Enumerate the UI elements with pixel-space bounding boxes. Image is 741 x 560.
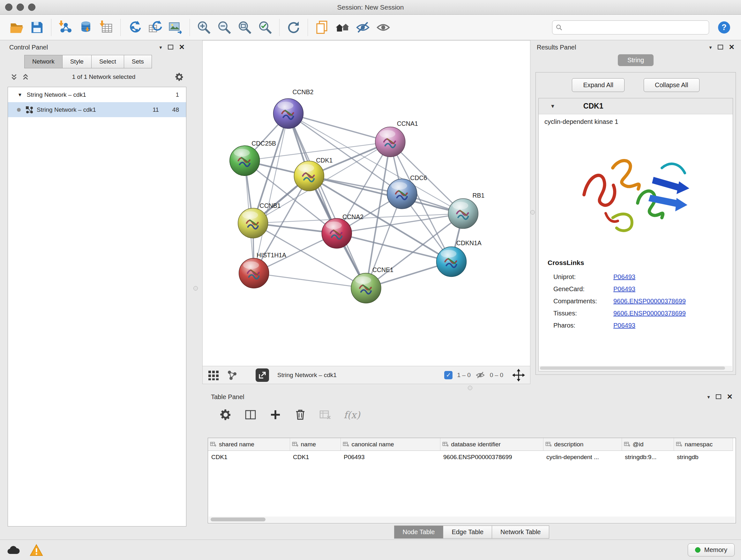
left-divider-handle[interactable] bbox=[193, 286, 198, 291]
network-collection-row[interactable]: ▼ String Network – cdk1 1 bbox=[8, 87, 186, 102]
column-header--id[interactable]: @id bbox=[622, 438, 674, 450]
tab-style[interactable]: Style bbox=[62, 55, 91, 68]
network-canvas[interactable]: CCNB2CCNA1CDC25BCDK1CDC6RB1CCNB1CCNA2CDK… bbox=[202, 40, 530, 366]
table-cell[interactable]: cyclin-dependent ... bbox=[543, 450, 622, 463]
add-column-icon[interactable] bbox=[269, 408, 282, 421]
show-graphics-button[interactable] bbox=[375, 19, 392, 36]
close-panel-icon[interactable]: ✕ bbox=[729, 43, 735, 51]
expand-all-icon[interactable] bbox=[21, 73, 30, 81]
column-header-namespac[interactable]: namespac bbox=[674, 438, 733, 450]
gear-icon[interactable] bbox=[175, 72, 184, 82]
zoom-selected-button[interactable] bbox=[257, 19, 273, 36]
panel-menu-icon[interactable]: ▾ bbox=[710, 44, 712, 51]
help-button[interactable]: ? bbox=[718, 21, 731, 34]
clone-network-button[interactable] bbox=[147, 19, 163, 36]
column-header-shared-name[interactable]: shared name bbox=[208, 438, 290, 450]
hidden-eye-slash-icon[interactable] bbox=[475, 370, 485, 380]
cloud-icon[interactable] bbox=[6, 544, 20, 557]
table-cell[interactable]: CDK1 bbox=[208, 450, 290, 463]
collapse-all-icon[interactable] bbox=[10, 73, 18, 81]
column-header-canonical-name[interactable]: canonical name bbox=[340, 438, 440, 450]
tab-select[interactable]: Select bbox=[91, 55, 124, 68]
move-crosshair-icon[interactable] bbox=[512, 369, 525, 381]
tab-network[interactable]: Network bbox=[24, 55, 63, 68]
new-network-button[interactable] bbox=[126, 19, 143, 36]
tree-expander-icon[interactable]: ▼ bbox=[17, 92, 22, 98]
export-image-button[interactable] bbox=[167, 19, 184, 36]
close-panel-icon[interactable]: ✕ bbox=[727, 393, 733, 401]
string-network-graph[interactable]: CCNB2CCNA1CDC25BCDK1CDC6RB1CCNB1CCNA2CDK… bbox=[203, 41, 530, 366]
panel-menu-icon[interactable]: ▾ bbox=[159, 44, 162, 51]
crosslink-link[interactable]: P06493 bbox=[613, 273, 635, 281]
tab-sets[interactable]: Sets bbox=[124, 55, 152, 68]
section-expander-icon[interactable]: ▼ bbox=[550, 104, 555, 109]
zoom-out-button[interactable] bbox=[216, 19, 232, 36]
search-input[interactable] bbox=[562, 24, 705, 31]
import-table-button[interactable] bbox=[98, 19, 115, 36]
duplicate-document-button[interactable] bbox=[314, 19, 330, 36]
zoom-in-button[interactable] bbox=[196, 19, 212, 36]
float-panel-icon[interactable] bbox=[716, 393, 721, 401]
import-network-database-button[interactable] bbox=[77, 19, 94, 36]
network-edge-CCNB2-HIST1H1A[interactable] bbox=[254, 114, 288, 273]
table-cell[interactable]: stringdb bbox=[674, 450, 733, 463]
tab-network-table[interactable]: Network Table bbox=[492, 525, 549, 539]
network-view-title: String Network – cdk1 bbox=[277, 372, 337, 379]
tab-node-table[interactable]: Node Table bbox=[394, 525, 444, 539]
network-row-selected[interactable]: String Network – cdk1 11 48 bbox=[8, 102, 186, 117]
table-cell[interactable]: CDK1 bbox=[290, 450, 340, 463]
network-edge-CDK1-RB1[interactable] bbox=[309, 176, 463, 213]
apply-layout-button[interactable] bbox=[285, 19, 302, 36]
birds-eye-view-icon[interactable] bbox=[208, 369, 219, 381]
right-divider-handle[interactable] bbox=[530, 210, 535, 214]
network-edge-CCNB2-CCNE1[interactable] bbox=[288, 114, 366, 288]
tab-edge-table[interactable]: Edge Table bbox=[443, 525, 492, 539]
zoom-window-button[interactable] bbox=[28, 3, 36, 11]
table-settings-gear-icon[interactable] bbox=[219, 408, 232, 421]
network-edge-HIST1H1A-CCNE1[interactable] bbox=[254, 273, 366, 288]
selected-nodes-checkbox[interactable]: ✓ bbox=[444, 371, 453, 379]
import-network-file-button[interactable] bbox=[57, 19, 74, 36]
network-edge-CCNB2-CCNA1[interactable] bbox=[288, 114, 390, 142]
table-row[interactable]: CDK1CDK1P064939606.ENSP00000378699cyclin… bbox=[208, 450, 733, 463]
table-cell[interactable]: 9606.ENSP00000378699 bbox=[440, 450, 543, 463]
collection-label: String Network – cdk1 bbox=[27, 91, 86, 98]
table-cell[interactable]: stringdb:9... bbox=[622, 450, 674, 463]
float-panel-icon[interactable] bbox=[718, 44, 723, 51]
home-button[interactable] bbox=[334, 19, 351, 36]
float-panel-icon[interactable] bbox=[168, 44, 173, 51]
open-session-button[interactable] bbox=[8, 19, 25, 36]
crosslink-link[interactable]: P06493 bbox=[613, 286, 635, 293]
zoom-out-icon bbox=[217, 20, 232, 35]
warning-icon[interactable] bbox=[29, 544, 44, 557]
hide-unhide-button[interactable] bbox=[354, 19, 371, 36]
crosslink-link[interactable]: 9606.ENSP00000378699 bbox=[613, 310, 686, 317]
collapse-all-button[interactable]: Collapse All bbox=[644, 78, 699, 92]
crosslink-link[interactable]: 9606.ENSP00000378699 bbox=[613, 298, 686, 305]
tab-string[interactable]: String bbox=[618, 54, 654, 66]
table-cell[interactable]: P06493 bbox=[340, 450, 440, 463]
memory-button[interactable]: Memory bbox=[688, 543, 735, 557]
search-box[interactable] bbox=[552, 20, 709, 35]
delete-trash-icon[interactable] bbox=[294, 408, 307, 421]
function-builder-button[interactable]: f(x) bbox=[344, 409, 360, 421]
open-in-window-button[interactable] bbox=[256, 368, 269, 382]
column-header-name[interactable]: name bbox=[290, 438, 340, 450]
bottom-divider-handle[interactable] bbox=[468, 386, 472, 390]
column-header-database-identifier[interactable]: database identifier bbox=[440, 438, 543, 450]
import-table-icon bbox=[99, 20, 114, 35]
show-columns-icon[interactable] bbox=[244, 408, 257, 421]
network-small-icon[interactable] bbox=[226, 369, 238, 381]
column-header-description[interactable]: description bbox=[543, 438, 622, 450]
close-panel-icon[interactable]: ✕ bbox=[179, 43, 185, 51]
zoom-fit-button[interactable] bbox=[237, 19, 253, 36]
gene-section-header[interactable]: ▼ CDK1 bbox=[539, 98, 733, 114]
minimize-window-button[interactable] bbox=[17, 3, 24, 11]
expand-all-button[interactable]: Expand All bbox=[572, 78, 624, 92]
table-horizontal-scrollbar[interactable] bbox=[209, 516, 735, 522]
close-window-button[interactable] bbox=[5, 3, 12, 11]
panel-menu-icon[interactable]: ▾ bbox=[708, 394, 710, 400]
results-scrollbar[interactable] bbox=[539, 366, 732, 370]
save-session-button[interactable] bbox=[29, 19, 45, 36]
crosslink-link[interactable]: P06493 bbox=[613, 322, 635, 329]
